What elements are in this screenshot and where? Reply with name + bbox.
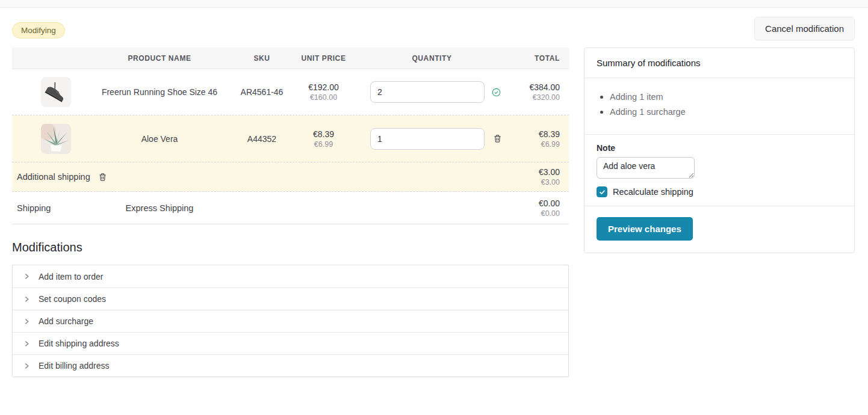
surcharge-row: Additional shipping €3.00 €3.0 bbox=[12, 162, 569, 192]
table-header-row: PRODUCT NAME SKU UNIT PRICE QUANTITY TOT… bbox=[12, 48, 569, 69]
accordion-item-add-surcharge[interactable]: Add surcharge bbox=[13, 310, 568, 332]
top-strip bbox=[0, 0, 868, 8]
accordion-item-edit-shipping-address[interactable]: Edit shipping address bbox=[13, 332, 568, 354]
col-sku-header: SKU bbox=[229, 54, 295, 63]
chevron-right-icon bbox=[23, 273, 30, 280]
accordion-item-label: Add surcharge bbox=[39, 316, 93, 326]
status-badge: Modifying bbox=[12, 22, 65, 38]
delete-item-trash-icon[interactable] bbox=[492, 133, 503, 144]
chevron-right-icon bbox=[23, 318, 30, 325]
note-textarea[interactable]: Add aloe vera bbox=[597, 157, 695, 179]
shipping-method: Express Shipping bbox=[90, 203, 229, 213]
chevron-right-icon bbox=[23, 363, 30, 369]
header-bar: Modifying Cancel modification bbox=[12, 17, 855, 40]
chevron-right-icon bbox=[23, 296, 30, 303]
shipping-total: €0.00 bbox=[512, 198, 560, 208]
quantity-input[interactable] bbox=[370, 81, 485, 103]
accordion-item-add-item[interactable]: Add item to order bbox=[13, 265, 568, 287]
order-items-table: PRODUCT NAME SKU UNIT PRICE QUANTITY TOT… bbox=[12, 48, 569, 224]
cancel-modification-button[interactable]: Cancel modification bbox=[754, 17, 855, 40]
modifications-accordion: Add item to order Set coupon codes Add s… bbox=[12, 265, 569, 377]
aloe-vera-image bbox=[41, 124, 71, 154]
check-circle-icon bbox=[492, 88, 501, 97]
summary-title: Summary of modifications bbox=[597, 57, 842, 69]
accordion-item-label: Add item to order bbox=[39, 272, 103, 281]
unit-price: €8.39 bbox=[295, 129, 352, 139]
accordion-item-edit-billing-address[interactable]: Edit billing address bbox=[13, 354, 568, 377]
unit-price-old: €6.99 bbox=[295, 140, 352, 149]
checkmark-icon bbox=[599, 189, 606, 195]
delete-surcharge-trash-icon[interactable] bbox=[97, 171, 108, 183]
surcharge-total: €3.00 bbox=[512, 167, 560, 177]
shipping-total-old: €0.00 bbox=[512, 209, 560, 218]
quantity-input[interactable] bbox=[370, 128, 485, 150]
shipping-label: Shipping bbox=[12, 203, 90, 213]
running-shoe-image bbox=[41, 77, 71, 107]
product-name: Freerun Running Shoe Size 46 bbox=[90, 87, 229, 97]
accordion-item-label: Set coupon codes bbox=[39, 294, 106, 304]
surcharge-total-old: €3.00 bbox=[512, 178, 560, 186]
summary-bullet: Adding 1 item bbox=[600, 92, 842, 102]
summary-bullet-list: Adding 1 item Adding 1 surcharge bbox=[597, 87, 842, 126]
accordion-item-label: Edit billing address bbox=[39, 361, 110, 370]
line-total-old: €6.99 bbox=[512, 140, 560, 149]
shipping-row: Shipping Express Shipping €0.00 €0.00 bbox=[12, 192, 569, 224]
product-sku: A44352 bbox=[229, 134, 295, 144]
line-total: €384.00 bbox=[512, 82, 560, 92]
line-total-old: €320.00 bbox=[512, 93, 560, 102]
col-product-name-header: PRODUCT NAME bbox=[90, 54, 229, 63]
line-total: €8.39 bbox=[512, 129, 560, 139]
recalculate-shipping-label: Recalculate shipping bbox=[613, 187, 693, 197]
recalculate-checkbox[interactable] bbox=[597, 186, 607, 197]
accordion-item-coupon-codes[interactable]: Set coupon codes bbox=[13, 287, 568, 310]
note-label: Note bbox=[597, 143, 842, 153]
summary-bullet: Adding 1 surcharge bbox=[600, 107, 842, 117]
product-name: Aloe Vera bbox=[90, 134, 229, 144]
table-row: Aloe Vera A44352 €8.39 €6.99 bbox=[12, 115, 569, 162]
product-sku: AR4561-46 bbox=[229, 87, 295, 97]
chevron-right-icon bbox=[23, 340, 30, 347]
col-unit-price-header: UNIT PRICE bbox=[295, 54, 352, 63]
unit-price: €192.00 bbox=[295, 82, 352, 92]
modifications-heading: Modifications bbox=[12, 241, 569, 254]
page: Modifying Cancel modification PRODUCT NA… bbox=[0, 8, 868, 377]
summary-panel: Summary of modifications Adding 1 item A… bbox=[584, 48, 855, 253]
col-quantity-header: QUANTITY bbox=[352, 54, 512, 63]
table-row: Freerun Running Shoe Size 46 AR4561-46 €… bbox=[12, 69, 569, 115]
preview-changes-button[interactable]: Preview changes bbox=[597, 217, 693, 241]
surcharge-label: Additional shipping bbox=[17, 172, 90, 182]
col-total-header: TOTAL bbox=[512, 54, 569, 63]
accordion-item-label: Edit shipping address bbox=[39, 339, 119, 348]
unit-price-old: €160.00 bbox=[295, 93, 352, 102]
